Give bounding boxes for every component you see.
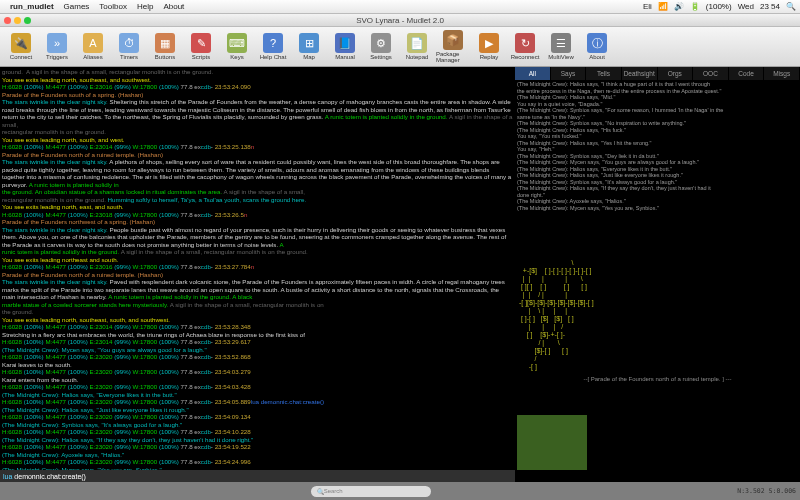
menubar-time[interactable]: 23 54: [760, 2, 780, 11]
toolbar-connect[interactable]: 🔌Connect: [4, 33, 38, 60]
tab-all[interactable]: All: [515, 67, 551, 80]
ascii-map[interactable]: \ +-[$] [ ]-[ ]-[ ]-[ ]-[ ]-[ ] | | | | …: [515, 257, 800, 417]
menubar-battery: (100%): [706, 2, 732, 11]
menu-games[interactable]: Games: [64, 2, 90, 11]
main-terminal[interactable]: ground. A sigil in the shape of a small,…: [0, 67, 515, 470]
right-panel: AllSaysTellsDeathsightOrgsOOCCodeMisgs (…: [515, 67, 800, 482]
menu-help[interactable]: Help: [137, 2, 153, 11]
bottom-bar: 🔍 Search N:3.502 S:0.006: [0, 482, 800, 500]
menu-about[interactable]: About: [163, 2, 184, 11]
tab-code[interactable]: Code: [729, 67, 765, 80]
toolbar-aliases[interactable]: AAliases: [76, 33, 110, 60]
toolbar-map[interactable]: ⊞Map: [292, 33, 326, 60]
toolbar-reconnect[interactable]: ↻Reconnect: [508, 33, 542, 60]
volume-icon[interactable]: 🔊: [674, 2, 684, 11]
menubar-user[interactable]: Eli: [643, 2, 652, 11]
toolbar-timers[interactable]: ⏱Timers: [112, 33, 146, 60]
search-icon: 🔍: [317, 488, 324, 495]
close-icon[interactable]: [4, 17, 11, 24]
menu-toolbox[interactable]: Toolbox: [99, 2, 127, 11]
toolbar-triggers[interactable]: »Triggers: [40, 33, 74, 60]
window-titlebar: SVO Lynara - Mudlet 2.0: [0, 14, 800, 27]
toolbar-scripts[interactable]: ✎Scripts: [184, 33, 218, 60]
wifi-icon[interactable]: 📶: [658, 2, 668, 11]
toolbar-notepad[interactable]: 📄Notepad: [400, 33, 434, 60]
mini-panel[interactable]: [517, 415, 587, 470]
toolbar-settings[interactable]: ⚙Settings: [364, 33, 398, 60]
minimize-icon[interactable]: [14, 17, 21, 24]
toolbar-keys[interactable]: ⌨Keys: [220, 33, 254, 60]
tab-orgs[interactable]: Orgs: [658, 67, 694, 80]
toolbar-about[interactable]: ⓘAbout: [580, 33, 614, 60]
tab-ooc[interactable]: OOC: [693, 67, 729, 80]
window-title: SVO Lynara - Mudlet 2.0: [0, 16, 800, 25]
cmd-text: demonnic.chat:create(): [14, 473, 86, 480]
toolbar-help-chat[interactable]: ?Help Chat: [256, 33, 290, 60]
toolbar-manual[interactable]: 📘Manual: [328, 33, 362, 60]
battery-icon[interactable]: 🔋: [690, 2, 700, 11]
toolbar: 🔌Connect»TriggersAAliases⏱Timers▦Buttons…: [0, 27, 800, 67]
search-placeholder: Search: [324, 488, 343, 494]
workspace: ground. A sigil in the shape of a small,…: [0, 67, 800, 482]
cmd-prefix: lua: [3, 473, 12, 480]
menubar-day[interactable]: Wed: [738, 2, 754, 11]
tab-deathsight[interactable]: Deathsight: [622, 67, 658, 80]
zoom-icon[interactable]: [24, 17, 31, 24]
search-input[interactable]: 🔍 Search: [311, 486, 431, 497]
app-menu[interactable]: run_mudlet: [10, 2, 54, 11]
tab-says[interactable]: Says: [551, 67, 587, 80]
toolbar-package-manager[interactable]: 📦Package Manager: [436, 30, 470, 63]
chat-tabs: AllSaysTellsDeathsightOrgsOOCCodeMisgs: [515, 67, 800, 80]
command-input[interactable]: lua demonnic.chat:create(): [0, 470, 515, 482]
macos-menubar: run_mudlet Games Toolbox Help About Eli …: [0, 0, 800, 14]
toolbar-buttons[interactable]: ▦Buttons: [148, 33, 182, 60]
spotlight-icon[interactable]: 🔍: [786, 2, 796, 11]
tab-misgs[interactable]: Misgs: [764, 67, 800, 80]
toolbar-replay[interactable]: ▶Replay: [472, 33, 506, 60]
tab-tells[interactable]: Tells: [586, 67, 622, 80]
status-stats: N:3.502 S:0.006: [737, 487, 796, 495]
toolbar-multiview[interactable]: ☰MultiView: [544, 33, 578, 60]
chat-log[interactable]: (The Midnight Crew): Halios says, "I thi…: [515, 80, 800, 220]
